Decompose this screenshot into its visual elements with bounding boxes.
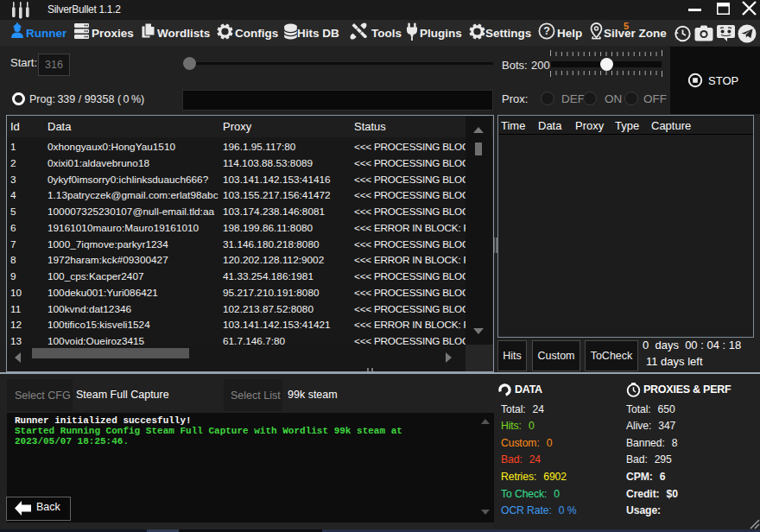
svg-text:?: ? (543, 25, 550, 37)
